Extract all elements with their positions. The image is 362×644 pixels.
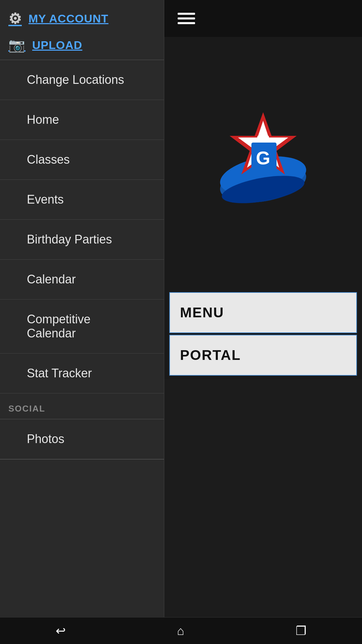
- sidebar-item-events[interactable]: Events: [0, 180, 164, 220]
- back-button[interactable]: ↩: [56, 624, 66, 638]
- bottom-nav-bar: ↩ ⌂ ❐: [0, 617, 362, 644]
- hamburger-line-1: [178, 13, 195, 15]
- sidebar-item-birthday-parties[interactable]: Birthday Parties: [0, 220, 164, 260]
- sidebar-item-change-locations[interactable]: Change Locations: [0, 60, 164, 100]
- photos-divider: [0, 459, 164, 460]
- nav-menu: Change Locations Home Classes Events Bir…: [0, 60, 164, 617]
- menu-button[interactable]: MENU: [169, 292, 357, 333]
- portal-button[interactable]: PORTAL: [169, 335, 357, 376]
- hamburger-button[interactable]: [174, 9, 198, 28]
- recents-button[interactable]: ❐: [296, 624, 306, 638]
- sidebar-item-competitive-calendar[interactable]: Competitive Calendar: [0, 300, 164, 354]
- logo-area: G: [164, 37, 362, 289]
- hamburger-line-3: [178, 22, 195, 24]
- my-account-label: MY ACCOUNT: [28, 12, 109, 25]
- sidebar-item-stat-tracker[interactable]: Stat Tracker: [0, 354, 164, 393]
- upload-link[interactable]: 📷 UPLOAD: [8, 37, 156, 53]
- right-panel: G MENU PORTAL: [164, 0, 362, 617]
- hamburger-line-2: [178, 17, 195, 19]
- my-account-link[interactable]: ⚙ MY ACCOUNT: [8, 10, 156, 27]
- svg-text:G: G: [256, 148, 270, 168]
- sidebar-header: ⚙ MY ACCOUNT 📷 UPLOAD: [0, 0, 164, 60]
- app-logo: G: [216, 109, 310, 216]
- gear-icon: ⚙: [8, 10, 22, 27]
- sidebar: ⚙ MY ACCOUNT 📷 UPLOAD Change Locations H…: [0, 0, 164, 617]
- sidebar-item-photos[interactable]: Photos: [0, 419, 164, 459]
- upload-label: UPLOAD: [32, 39, 82, 52]
- top-bar: [164, 0, 362, 37]
- sidebar-item-calendar[interactable]: Calendar: [0, 260, 164, 300]
- menu-buttons-area: MENU PORTAL: [164, 289, 362, 379]
- social-section-label: SOCIAL: [0, 393, 164, 419]
- sidebar-item-home[interactable]: Home: [0, 100, 164, 140]
- camera-icon: 📷: [8, 37, 25, 53]
- home-button[interactable]: ⌂: [177, 624, 184, 638]
- sidebar-item-classes[interactable]: Classes: [0, 140, 164, 180]
- right-panel-spacer: [164, 379, 362, 618]
